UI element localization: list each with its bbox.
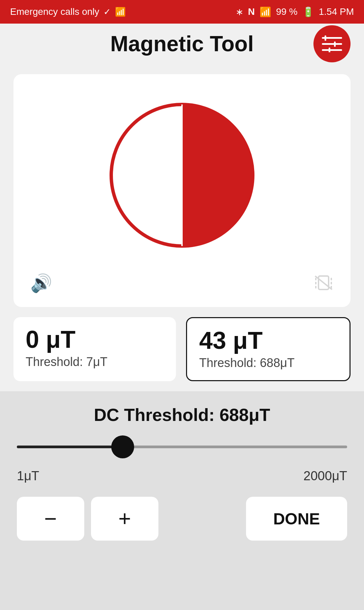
svg-rect-1 <box>322 43 342 45</box>
status-left-text: Emergency calls only ✓ 📶 <box>10 6 126 17</box>
slider-track <box>17 446 347 448</box>
dc-reading-card: 43 μT Threshold: 688μT <box>186 317 351 381</box>
status-bar: Emergency calls only ✓ 📶 ∗ N 📶 99 % 🔋 1.… <box>0 0 364 24</box>
status-right: ∗ N 📶 99 % 🔋 1.54 PM <box>236 6 354 18</box>
svg-rect-3 <box>325 35 326 41</box>
svg-rect-13 <box>331 278 332 280</box>
ac-reading-value: 0 μT <box>26 327 164 352</box>
readings-row: 0 μT Threshold: 7μT 43 μT Threshold: 688… <box>13 317 351 381</box>
increase-button[interactable]: + <box>91 497 158 541</box>
decrease-button[interactable]: − <box>17 497 84 541</box>
battery-text: 99 % <box>276 6 298 17</box>
time-display: 1.54 PM <box>319 6 354 17</box>
dc-threshold-display: DC Threshold: 688μT <box>17 405 347 425</box>
svg-rect-5 <box>329 48 330 52</box>
app-header: Magnetic Tool <box>0 24 364 64</box>
svg-rect-2 <box>322 49 342 51</box>
magnetic-indicator-svg <box>108 101 256 249</box>
slider-min-label: 1μT <box>17 469 39 483</box>
signal-icon: 📶 <box>115 7 126 17</box>
slider-max-label: 2000μT <box>303 469 347 483</box>
sound-icon[interactable]: 🔊 <box>30 273 52 294</box>
slider-fill <box>17 446 123 448</box>
settings-button[interactable] <box>313 25 351 62</box>
sliders-icon <box>322 35 342 52</box>
dc-threshold-label: Threshold: 688μT <box>199 356 337 370</box>
svg-line-16 <box>315 276 332 289</box>
slider-thumb[interactable] <box>111 435 134 458</box>
check-icon: ✓ <box>103 7 111 17</box>
svg-rect-4 <box>334 41 336 47</box>
page-title: Magnetic Tool <box>110 31 253 56</box>
main-card: 🔊 <box>13 74 351 307</box>
bottom-buttons-row: − + DONE <box>17 497 347 541</box>
card-icons-row: 🔊 <box>27 273 337 294</box>
slider-range-labels: 1μT 2000μT <box>17 469 347 483</box>
emergency-text: Emergency calls only <box>10 6 99 17</box>
dc-reading-value: 43 μT <box>199 328 337 353</box>
svg-rect-14 <box>331 282 332 284</box>
battery-icon: 🔋 <box>302 6 314 18</box>
ac-threshold-label: Threshold: 7μT <box>26 355 164 369</box>
ac-reading-card: 0 μT Threshold: 7μT <box>13 317 176 381</box>
circle-visualization <box>27 88 337 263</box>
threshold-slider-container[interactable] <box>17 435 347 459</box>
vibrate-icon[interactable] <box>313 274 334 293</box>
wifi-icon: 📶 <box>260 6 271 18</box>
svg-rect-11 <box>315 282 316 284</box>
done-button[interactable]: DONE <box>246 497 347 541</box>
svg-rect-12 <box>315 286 316 288</box>
svg-rect-10 <box>315 278 316 280</box>
nfc-icon: N <box>248 6 255 17</box>
bluetooth-icon: ∗ <box>236 6 243 18</box>
bottom-panel: DC Threshold: 688μT 1μT 2000μT − + DONE <box>0 391 364 610</box>
vibrate-off-icon <box>313 274 334 291</box>
